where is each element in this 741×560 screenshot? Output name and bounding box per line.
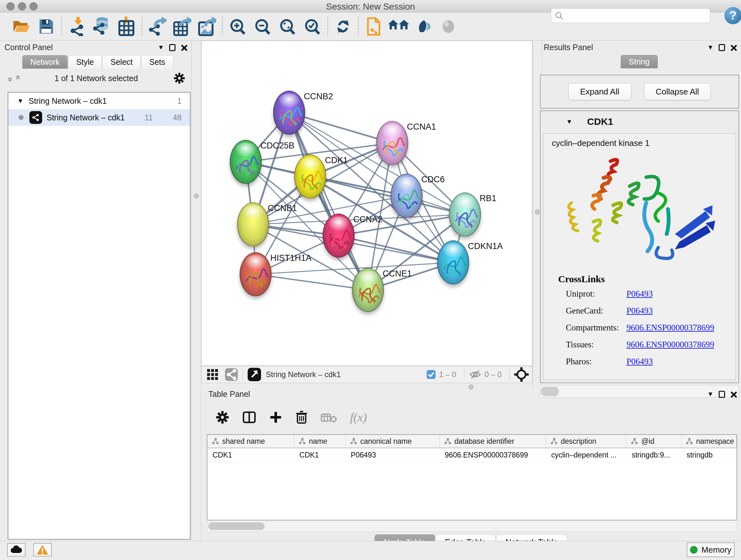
panel-menu-icon[interactable]: ▼: [707, 44, 714, 51]
node-CDC25B[interactable]: [230, 140, 262, 184]
import-network-from-database-icon[interactable]: [89, 16, 114, 37]
column-header--id[interactable]: @id: [626, 435, 681, 448]
column-header-shared-name[interactable]: shared name: [207, 435, 294, 448]
tab-select[interactable]: Select: [103, 55, 140, 69]
cell--id: stringdb:9...: [626, 448, 681, 462]
column-header-database-identifier[interactable]: database identifier: [440, 435, 546, 448]
memory-button[interactable]: Memory: [687, 543, 735, 557]
tab-sets[interactable]: Sets: [141, 55, 173, 69]
column-header-namespace[interactable]: namespace: [681, 435, 737, 448]
crosslink-value[interactable]: 9606.ENSP00000378699: [626, 323, 714, 333]
protein-thumbnail: [234, 151, 259, 179]
hide-graphics-icon[interactable]: [436, 16, 461, 37]
table-hscroll-thumb[interactable]: [208, 522, 265, 530]
network-row[interactable]: String Network – cdk1 11 48: [8, 109, 190, 126]
left-splitter-handle[interactable]: [194, 193, 199, 199]
memory-status-dot: [690, 546, 697, 554]
add-column-icon[interactable]: [269, 411, 282, 424]
crosslink-value[interactable]: P06493: [626, 289, 653, 299]
crosslink-label: GeneCard:: [566, 306, 626, 316]
save-session-icon[interactable]: [34, 16, 59, 37]
table-row[interactable]: CDK1CDK1P064939606.ENSP00000378699cyclin…: [207, 448, 737, 462]
memory-label: Memory: [701, 545, 731, 555]
node-RB1[interactable]: [449, 192, 481, 237]
column-header-canonical-name[interactable]: canonical name: [346, 435, 440, 448]
tab-string[interactable]: String: [621, 55, 657, 68]
delete-column-trash-icon[interactable]: [295, 410, 308, 424]
zoom-out-icon[interactable]: [250, 16, 275, 37]
column-header-description[interactable]: description: [546, 435, 626, 448]
edge-CCNE1-HIST1H1A[interactable]: [256, 274, 368, 290]
cell-description: cyclin–dependent ...: [546, 448, 626, 462]
help-button[interactable]: ?: [724, 7, 741, 24]
zoom-selected-icon[interactable]: [300, 16, 325, 37]
results-scroll-area[interactable]: ▼ CDK1 cyclin–dependent kinase 1: [540, 111, 739, 383]
panel-menu-icon[interactable]: ▼: [158, 44, 164, 51]
home-icon[interactable]: [386, 16, 411, 37]
gene-collapse-icon[interactable]: ▼: [566, 118, 572, 125]
selected-checkbox-icon[interactable]: [426, 370, 436, 379]
export-table-icon[interactable]: [170, 16, 195, 37]
protein-thumbnail: [454, 204, 478, 232]
table-settings-gear-icon[interactable]: [215, 410, 229, 424]
node-CCNA1[interactable]: [376, 121, 408, 165]
toolbar-separator: [222, 16, 223, 37]
node-CCNE1[interactable]: [352, 268, 384, 312]
tab-network[interactable]: Network: [22, 55, 68, 69]
node-table[interactable]: shared namenamecanonical namedatabase id…: [207, 434, 737, 520]
node-CDK1[interactable]: [294, 154, 326, 199]
node-CCNB2[interactable]: [273, 91, 305, 135]
collapse-all-button[interactable]: Collapse All: [644, 83, 711, 100]
string-import-icon[interactable]: [361, 16, 386, 37]
crosslink-value[interactable]: P06493: [626, 357, 653, 367]
warning-button[interactable]: [33, 543, 52, 557]
panel-menu-icon[interactable]: ▼: [707, 390, 714, 398]
import-network-icon[interactable]: [64, 16, 89, 37]
grid-view-icon[interactable]: [206, 368, 219, 381]
import-table-icon[interactable]: [114, 16, 139, 37]
search-box[interactable]: [551, 8, 711, 23]
left-splitter[interactable]: [192, 41, 201, 541]
expand-all-button[interactable]: Expand All: [568, 83, 631, 100]
column-header-name[interactable]: name: [294, 435, 346, 448]
export-image-icon[interactable]: [195, 16, 219, 37]
current-network-name: String Network – cdk1: [266, 370, 426, 379]
close-panel-icon[interactable]: [730, 44, 737, 51]
float-panel-icon[interactable]: [719, 44, 725, 51]
float-panel-icon[interactable]: [719, 391, 725, 398]
crosslink-value[interactable]: 9606.ENSP00000378699: [626, 340, 714, 350]
node-CCNA2[interactable]: [323, 213, 354, 258]
crosslink-value[interactable]: P06493: [626, 306, 653, 316]
enhanced-graphics-icon[interactable]: [411, 16, 436, 37]
network-collection-row[interactable]: ▼ String Network – cdk1 1: [8, 92, 190, 109]
tree-expand-icon[interactable]: ▼: [17, 98, 23, 105]
control-panel: Control Panel ▼ NetworkStyleSelectSets »…: [0, 41, 192, 541]
fit-selected-crosshair-icon[interactable]: [514, 367, 529, 382]
node-CCNB1[interactable]: [237, 202, 269, 246]
float-panel-icon[interactable]: [169, 44, 176, 51]
zoom-in-icon[interactable]: [225, 16, 250, 37]
tab-style[interactable]: Style: [68, 55, 102, 69]
gear-icon[interactable]: [174, 72, 185, 84]
open-session-icon[interactable]: [9, 16, 34, 37]
node-label-CDK1: CDK1: [325, 155, 348, 165]
refresh-icon[interactable]: [331, 16, 355, 37]
cloud-status-button[interactable]: [7, 543, 25, 557]
close-panel-icon[interactable]: [730, 391, 737, 397]
show-columns-icon[interactable]: [242, 410, 256, 424]
network-canvas[interactable]: CCNB2CCNA1CDC25BCDK1CDC6RB1CCNB1CCNA2CDK…: [201, 41, 532, 366]
edge-CCNA2-CDKN1A[interactable]: [339, 236, 453, 262]
toolbar-separator: [142, 16, 142, 37]
zoom-fit-content-icon[interactable]: [275, 16, 300, 37]
expand-all-networks-icon[interactable]: »: [12, 77, 22, 79]
birds-eye-view-icon[interactable]: [247, 368, 261, 381]
table-hscrollbar[interactable]: [207, 521, 737, 532]
export-network-icon[interactable]: [145, 16, 170, 37]
node-CDKN1A[interactable]: [437, 240, 469, 285]
node-CDC6[interactable]: [391, 174, 422, 218]
node-HIST1H1A[interactable]: [240, 252, 272, 296]
network-view-icon[interactable]: [225, 368, 238, 381]
edge-CCNB2-CCNE1[interactable]: [289, 113, 368, 290]
close-panel-icon[interactable]: [181, 44, 187, 51]
search-input[interactable]: [563, 11, 704, 20]
